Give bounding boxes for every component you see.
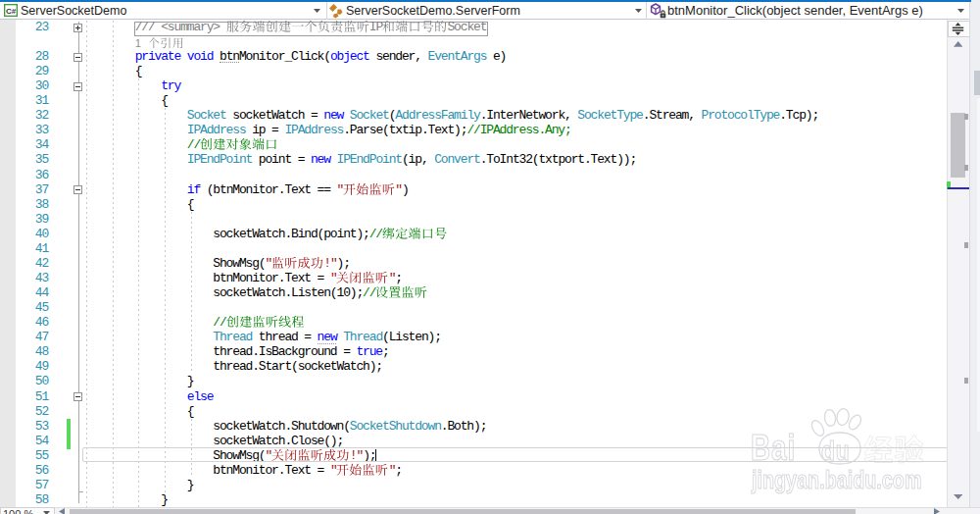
svg-text:C#: C# — [6, 7, 17, 16]
